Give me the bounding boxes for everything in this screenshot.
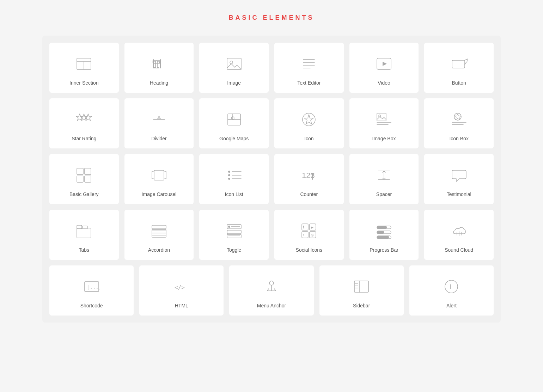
element-card-sidebar[interactable]: Sidebar xyxy=(319,265,404,316)
element-card-icon-list[interactable]: Icon List xyxy=(199,154,269,204)
element-card-text-editor[interactable]: Text Editor xyxy=(274,43,344,93)
svg-rect-88 xyxy=(377,226,387,229)
element-card-accordion[interactable]: Accordion xyxy=(124,210,194,260)
icon-box-label: Icon Box xyxy=(449,136,468,141)
element-card-image-carousel[interactable]: Image Carousel xyxy=(124,154,194,204)
menu-anchor-label: Menu Anchor xyxy=(257,303,286,308)
svg-rect-38 xyxy=(85,168,91,174)
menu-anchor-icon xyxy=(261,276,282,297)
grid-row-5: [...]Shortcode</>HTMLMenu AnchorSidebari… xyxy=(49,265,494,316)
sidebar-label: Sidebar xyxy=(353,303,370,308)
element-card-star-rating[interactable]: Star Rating xyxy=(49,98,119,148)
divider-label: Divider xyxy=(151,136,167,141)
svg-rect-37 xyxy=(77,168,83,174)
basic-gallery-icon xyxy=(73,165,94,186)
svg-rect-7 xyxy=(227,58,241,69)
video-label: Video xyxy=(378,80,390,86)
svg-rect-39 xyxy=(77,176,83,182)
image-carousel-icon xyxy=(148,165,170,186)
button-label: Button xyxy=(452,80,466,86)
svg-text:f: f xyxy=(303,225,304,229)
svg-rect-92 xyxy=(377,236,389,239)
spacer-label: Spacer xyxy=(376,191,392,197)
heading-icon: T xyxy=(148,53,170,74)
accordion-label: Accordion xyxy=(148,247,170,253)
element-card-counter[interactable]: 123Counter xyxy=(274,154,344,204)
grid-row-1: Inner SectionTHeadingImageText EditorVid… xyxy=(49,43,494,93)
element-card-heading[interactable]: THeading xyxy=(124,43,194,93)
element-card-alert[interactable]: iAlert xyxy=(409,265,494,316)
element-card-toggle[interactable]: Toggle xyxy=(199,210,269,260)
svg-marker-14 xyxy=(383,62,387,66)
element-card-menu-anchor[interactable]: Menu Anchor xyxy=(229,265,313,316)
image-box-icon xyxy=(373,109,395,130)
sound-cloud-icon xyxy=(449,220,470,241)
element-card-icon-box[interactable]: Icon Box xyxy=(424,98,494,148)
video-icon xyxy=(373,53,395,74)
svg-point-106 xyxy=(445,280,458,293)
elements-grid: Inner SectionTHeadingImageText EditorVid… xyxy=(42,36,501,323)
grid-row-3: Basic GalleryImage CarouselIcon List123C… xyxy=(49,154,494,204)
element-card-image-box[interactable]: Image Box xyxy=(349,98,419,148)
icon-list-icon xyxy=(224,165,245,186)
element-card-social-icons[interactable]: f▶t◎Social Icons xyxy=(274,210,344,260)
grid-row-2: Star RatingDividerGoogle MapsIconImage B… xyxy=(49,98,494,148)
testimonial-icon xyxy=(449,165,470,186)
image-box-label: Image Box xyxy=(372,136,396,141)
svg-rect-67 xyxy=(83,226,87,229)
element-card-html[interactable]: </>HTML xyxy=(139,265,224,316)
star-rating-label: Star Rating xyxy=(72,136,96,141)
icon-label: Icon xyxy=(304,136,313,141)
svg-marker-28 xyxy=(304,115,313,124)
element-card-tabs[interactable]: Tabs xyxy=(49,210,119,260)
google-maps-icon xyxy=(224,109,245,130)
button-icon xyxy=(449,53,470,74)
counter-label: Counter xyxy=(300,191,318,197)
social-icons-label: Social Icons xyxy=(296,247,322,253)
sidebar-icon xyxy=(351,276,372,297)
svg-point-48 xyxy=(228,171,230,173)
shortcode-icon: [...] xyxy=(81,276,102,297)
element-card-testimonial[interactable]: Testimonial xyxy=(424,154,494,204)
accordion-icon xyxy=(148,220,170,241)
element-card-sound-cloud[interactable]: Sound Cloud xyxy=(424,210,494,260)
inner-section-label: Inner Section xyxy=(69,80,99,86)
inner-section-icon xyxy=(73,53,94,74)
element-card-spacer[interactable]: Spacer xyxy=(349,154,419,204)
svg-line-99 xyxy=(267,289,269,291)
svg-line-100 xyxy=(274,289,276,291)
element-card-icon[interactable]: Icon xyxy=(274,98,344,148)
image-carousel-label: Image Carousel xyxy=(142,191,177,197)
svg-point-74 xyxy=(228,226,230,228)
svg-rect-41 xyxy=(154,170,164,180)
icon-list-label: Icon List xyxy=(225,191,243,197)
element-card-inner-section[interactable]: Inner Section xyxy=(49,43,119,93)
element-card-google-maps[interactable]: Google Maps xyxy=(199,98,269,148)
element-card-divider[interactable]: Divider xyxy=(124,98,194,148)
testimonial-label: Testimonial xyxy=(447,191,471,197)
svg-text:t: t xyxy=(303,233,304,237)
divider-icon xyxy=(148,109,170,130)
svg-point-8 xyxy=(230,61,233,64)
alert-label: Alert xyxy=(446,303,457,308)
svg-text:123: 123 xyxy=(302,171,315,180)
alert-icon: i xyxy=(441,276,462,297)
element-card-shortcode[interactable]: [...]Shortcode xyxy=(49,265,134,316)
text-editor-icon xyxy=(298,53,319,74)
progress-bar-label: Progress Bar xyxy=(370,247,398,253)
text-editor-label: Text Editor xyxy=(297,80,321,86)
svg-rect-76 xyxy=(227,230,241,234)
element-card-basic-gallery[interactable]: Basic Gallery xyxy=(49,154,119,204)
element-card-image[interactable]: Image xyxy=(199,43,269,93)
svg-text:◎: ◎ xyxy=(311,233,314,237)
page-title: BASIC ELEMENTS xyxy=(228,14,314,22)
svg-point-96 xyxy=(269,281,274,285)
svg-marker-22 xyxy=(158,116,160,119)
element-card-video[interactable]: Video xyxy=(349,43,419,93)
svg-text:i: i xyxy=(450,283,451,290)
star-rating-icon xyxy=(73,109,94,130)
element-card-progress-bar[interactable]: Progress Bar xyxy=(349,210,419,260)
svg-rect-78 xyxy=(227,234,241,238)
element-card-button[interactable]: Button xyxy=(424,43,494,93)
toggle-label: Toggle xyxy=(227,247,241,253)
